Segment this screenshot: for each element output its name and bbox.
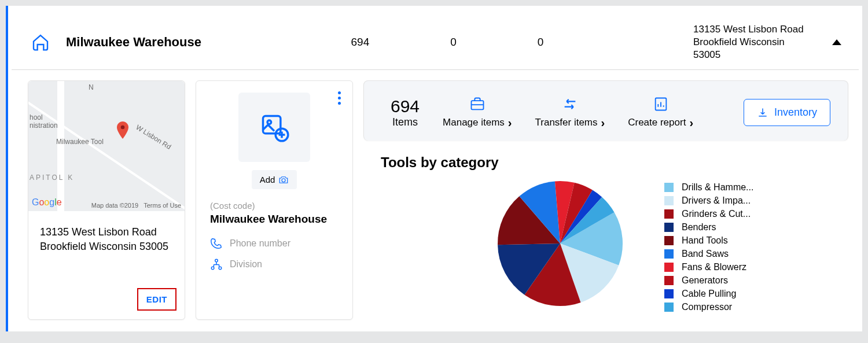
division-row[interactable]: Division	[210, 258, 339, 271]
legend-label: Cable Pulling	[682, 289, 736, 299]
briefcase-icon	[469, 96, 486, 112]
summary-address: 13135 West Lisbon Road Brookfield Wiscon…	[693, 23, 809, 61]
items-count-block: 694 Items	[391, 97, 420, 128]
add-image-button-label: Add	[260, 175, 275, 185]
action-bar: 694 Items Manage items Transfer items Cr…	[363, 80, 848, 141]
legend-label: Hand Tools	[682, 235, 728, 246]
chart-title: Tools by category	[381, 154, 831, 171]
inventory-button[interactable]: Inventory	[744, 99, 830, 126]
add-image-icon	[259, 112, 289, 142]
legend-swatch	[664, 223, 674, 232]
map-label-road: W Lisbon Rd	[135, 123, 173, 151]
legend-label: Grinders & Cut...	[682, 209, 751, 219]
warehouse-title: Milwaukee Warehouse	[66, 35, 201, 50]
legend-label: Compressor	[682, 302, 732, 312]
legend-swatch	[664, 196, 674, 205]
phone-placeholder: Phone number	[230, 238, 290, 249]
create-report-button[interactable]: Create report	[628, 96, 693, 129]
legend-swatch	[664, 263, 674, 272]
svg-point-0	[121, 126, 125, 130]
legend-swatch	[664, 236, 674, 245]
legend-item[interactable]: Band Saws	[664, 249, 753, 259]
svg-point-5	[215, 260, 218, 263]
info-title: Milwaukee Warehouse	[210, 213, 339, 226]
legend-item[interactable]: Drills & Hamme...	[664, 182, 753, 193]
items-label: Items	[391, 116, 420, 128]
home-icon	[31, 33, 50, 51]
legend-label: Drivers & Impa...	[682, 196, 751, 206]
legend-label: Fans & Blowerz	[682, 262, 746, 272]
legend-swatch	[664, 209, 674, 219]
svg-point-7	[219, 267, 222, 270]
legend-label: Generators	[682, 275, 728, 286]
edit-button[interactable]: EDIT	[137, 288, 176, 311]
map-compass-n: N	[89, 83, 94, 91]
camera-icon	[278, 175, 289, 185]
transfer-icon	[561, 96, 579, 112]
map-address: 13135 West Lisbon Road Brookfield Wiscon…	[28, 211, 185, 259]
legend-item[interactable]: Compressor	[664, 302, 753, 312]
items-count: 694	[391, 97, 420, 116]
map-pin-icon	[114, 121, 131, 139]
phone-row[interactable]: Phone number	[210, 237, 339, 250]
svg-point-4	[282, 179, 285, 182]
division-placeholder: Division	[230, 259, 262, 270]
chart-legend: Drills & Hamme...Drivers & Impa...Grinde…	[664, 180, 753, 312]
summary-stat-2: 0	[450, 36, 457, 49]
report-icon	[652, 96, 670, 112]
legend-swatch	[664, 303, 674, 312]
map-card: N hool nistration Milwaukee Tool W Lisbo…	[28, 80, 185, 320]
legend-item[interactable]: Cable Pulling	[664, 289, 753, 299]
cost-code-label: (Cost code)	[210, 201, 339, 211]
legend-item[interactable]: Benders	[664, 222, 753, 233]
summary-stat-items: 694	[351, 36, 370, 49]
download-icon	[757, 107, 768, 119]
manage-items-button[interactable]: Manage items	[443, 96, 512, 129]
add-image-button[interactable]: Add	[252, 170, 297, 189]
legend-item[interactable]: Hand Tools	[664, 235, 753, 246]
legend-item[interactable]: Grinders & Cut...	[664, 209, 753, 219]
map-label-school: hool	[30, 113, 43, 121]
image-placeholder[interactable]	[238, 93, 310, 162]
google-logo: Google	[32, 197, 62, 208]
hierarchy-icon	[210, 258, 223, 271]
chart-panel: 694 Items Manage items Transfer items Cr…	[363, 80, 848, 320]
svg-point-6	[211, 267, 214, 270]
legend-swatch	[664, 249, 674, 259]
map-view[interactable]: N hool nistration Milwaukee Tool W Lisbo…	[28, 81, 185, 211]
map-attribution: Map data ©2019 Terms of Use	[91, 202, 181, 209]
summary-stat-3: 0	[538, 36, 544, 49]
legend-label: Band Saws	[682, 249, 729, 259]
map-label-admin: nistration	[30, 121, 58, 130]
legend-item[interactable]: Generators	[664, 275, 753, 286]
legend-swatch	[664, 276, 674, 285]
phone-icon	[210, 237, 223, 250]
legend-swatch	[664, 183, 674, 192]
legend-swatch	[664, 289, 674, 298]
warehouse-summary-row[interactable]: Milwaukee Warehouse 694 0 0 13135 West L…	[12, 6, 859, 70]
map-label-tool: Milwaukee Tool	[56, 138, 104, 146]
more-menu-icon[interactable]	[338, 91, 341, 105]
legend-item[interactable]: Drivers & Impa...	[664, 196, 753, 206]
legend-label: Benders	[682, 222, 716, 233]
legend-item[interactable]: Fans & Blowerz	[664, 262, 753, 272]
legend-label: Drills & Hamme...	[682, 182, 753, 193]
map-label-neighborhood: APITOL K	[30, 174, 74, 182]
info-card: Add (Cost code) Milwaukee Warehouse Phon…	[196, 80, 353, 320]
pie-chart	[496, 180, 624, 307]
inventory-button-label: Inventory	[774, 106, 817, 119]
transfer-items-button[interactable]: Transfer items	[535, 96, 605, 129]
collapse-icon[interactable]	[832, 39, 841, 45]
